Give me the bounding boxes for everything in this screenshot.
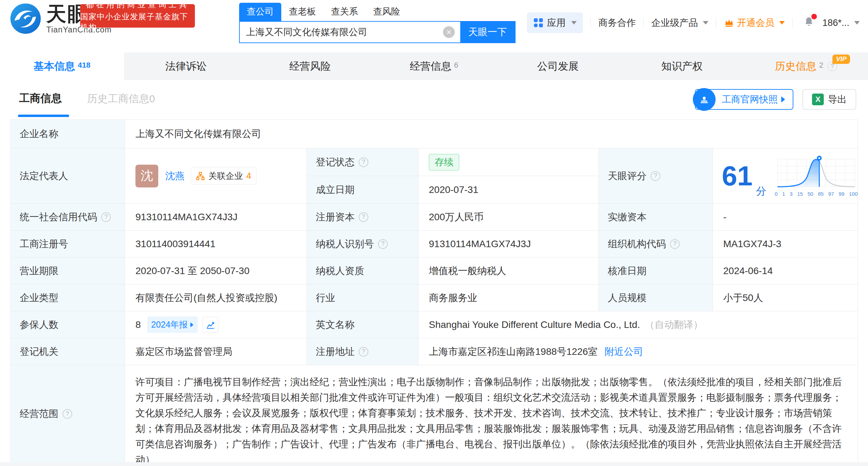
registry-authority-label: 登记机关 [11,338,125,365]
taxpayer-id-value: 91310114MA1GX74J3J [418,231,599,258]
establish-date-value: 2020-07-31 [418,176,599,204]
notification-bell-icon[interactable] [803,16,815,30]
tab-count: 6 [454,61,458,70]
search-button[interactable]: 天眼一下 [460,22,515,42]
business-cooperation-link[interactable]: 商务合作 [598,17,636,29]
divider [643,18,644,28]
approval-date-value: 2024-06-14 [713,258,858,284]
enterprise-products-menu[interactable]: 企业级产品 [651,17,708,29]
search-tab-company[interactable]: 查公司 [239,3,281,21]
chevron-down-icon [571,21,577,25]
business-term-label: 营业期限 [11,258,125,284]
tab-label: 知识产权 [661,59,703,74]
bar-chart-icon [206,320,215,330]
taxpayer-qualification-value: 增值税一般纳税人 [418,258,599,284]
official-snapshot-button[interactable]: 工商官网快照 [695,89,793,110]
help-icon[interactable] [359,157,368,167]
tab-operation-info[interactable]: 经营信息 6 [372,52,496,80]
company-type-value: 有限责任公司(自然人投资或控股) [125,284,307,311]
top-navigation: 应用 商务合作 企业级产品 开通会员 186*... [527,12,860,33]
play-arrow-icon [781,96,785,103]
search-tab-risk[interactable]: 查风险 [366,3,408,21]
tab-operation-risk[interactable]: 经营风险 [248,52,372,80]
registered-address-label: 注册地址 [307,338,418,365]
organization-code-value: MA1GX74J-3 [713,231,858,258]
open-vip-menu[interactable]: 开通会员 [724,17,785,29]
business-info-subnav: 工商信息 历史工商信息0 工商官网快照 X 导出 [0,80,868,119]
legal-representative-link[interactable]: 沈燕 [165,169,185,183]
auto-translate-note: （自动翻译） [645,318,703,331]
tianyan-score-value: 61 分 [713,148,858,204]
tab-label: 经营风险 [289,59,331,74]
tianyan-score-label: 天眼评分 [599,148,713,204]
chevron-down-icon [779,21,785,25]
taxpayer-qualification-label: 纳税人资质 [307,258,418,284]
company-name-label: 企业名称 [11,120,125,148]
help-icon[interactable] [651,171,660,181]
subtab-business-info[interactable]: 工商信息 [19,91,62,106]
page-bottom-strip [0,462,868,466]
tab-basic-info[interactable]: 基本信息 418 [0,52,124,80]
registered-capital-label: 注册资本 [307,204,418,231]
tab-label: 经营信息 [410,59,451,74]
search-tab-boss[interactable]: 查老板 [281,3,323,21]
tianyancha-logo-icon [10,3,41,35]
help-icon[interactable] [101,212,111,222]
tab-label: 法律诉讼 [165,59,207,74]
tab-intellectual-property[interactable]: 知识产权 [620,52,744,80]
tab-label: 基本信息 [34,59,75,74]
annual-report-chip[interactable]: 2024年报 [147,317,198,333]
user-account-menu[interactable]: 186*... [822,18,860,28]
credit-code-label: 统一社会信用代码 [11,204,125,231]
company-name-value: 上海又不同文化传媒有限公司 [125,120,858,148]
chevron-down-icon [854,21,860,25]
establish-date-label: 成立日期 [307,176,418,204]
organization-code-label: 组织机构代码 [599,231,713,258]
related-companies-badge[interactable]: 关联企业 4 [191,167,256,185]
help-icon[interactable] [670,239,680,249]
related-companies-count: 4 [246,171,251,181]
registration-number-value: 310114003914441 [125,231,307,258]
export-button[interactable]: X 导出 [802,89,856,110]
org-chart-icon [196,172,205,181]
promo-banner: 都在用的商业查询工具 国家中小企业发展子基金旗下机构 [80,4,195,28]
search-tab-relation[interactable]: 查关系 [323,3,366,21]
nearby-companies-link[interactable]: 附近公司 [605,345,643,358]
tab-label: 历史信息 [775,59,816,74]
tab-history-info[interactable]: 历史信息 2 VIP [744,52,868,80]
business-scope-value: 许可项目：广播电视节目制作经营；演出经纪；营业性演出；电子出版物制作；音像制品制… [125,365,858,463]
help-icon[interactable] [359,212,368,222]
staff-size-value: 小于50人 [713,284,858,311]
registration-status-label: 登记状态 [307,148,418,176]
excel-icon: X [812,94,824,105]
english-name-label: 英文名称 [307,311,418,338]
english-name-value: Shanghai Youke Different Culture Media C… [418,311,858,338]
banner-line2: 国家中小企业发展子基金旗下机构 [80,11,195,33]
help-icon[interactable] [359,347,368,357]
subtab-history-business-info[interactable]: 历史工商信息0 [87,92,155,106]
divider [716,18,716,28]
trend-chart-button[interactable] [202,317,218,333]
vip-badge: VIP [832,55,850,64]
apps-menu[interactable]: 应用 [527,12,583,33]
avatar[interactable]: 沈 [135,165,158,187]
status-badge: 存续 [429,154,459,171]
user-phone: 186*... [822,18,849,28]
score-number: 61 [722,162,753,190]
tab-legal-proceedings[interactable]: 法律诉讼 [124,52,248,80]
industry-label: 行业 [307,284,418,311]
search-tabs: 查公司 查老板 查关系 查风险 [239,3,516,21]
clear-search-icon[interactable]: × [443,26,455,38]
help-icon[interactable] [63,409,72,419]
score-unit: 分 [756,184,766,198]
registration-status-value: 存续 [418,148,599,176]
help-icon[interactable] [378,239,388,249]
tab-count: 2 [819,61,823,70]
official-snapshot-label: 工商官网快照 [722,93,778,106]
tab-company-development[interactable]: 公司发展 [496,52,620,80]
paid-in-capital-label: 实缴资本 [599,204,713,231]
search-input[interactable] [240,22,443,42]
score-distribution-chart: 01 315 5085 9799 100 [775,155,858,197]
registered-capital-value: 200万人民币 [418,204,599,231]
play-arrow-icon [190,322,194,327]
